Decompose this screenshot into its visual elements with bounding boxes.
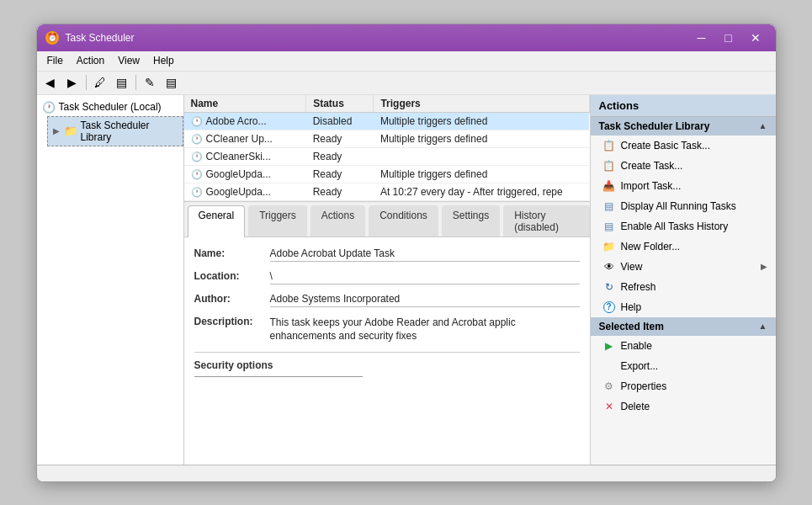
action-delete[interactable]: ✕ Delete: [591, 396, 776, 417]
left-panel: 🕐 Task Scheduler (Local) ▶ 📁 Task Schedu…: [37, 95, 184, 465]
table-row[interactable]: 🕐GoogleUpda... Ready At 10:27 every day …: [184, 183, 590, 200]
action-enable-history[interactable]: ▤ Enable All Tasks History: [591, 216, 776, 237]
task-triggers: Multiple triggers defined: [374, 165, 589, 183]
new-folder-icon: 📁: [602, 240, 616, 253]
desc-label: Description:: [194, 316, 270, 327]
chevron-up2-icon: ▲: [759, 322, 767, 331]
action-new-folder[interactable]: 📁 New Folder...: [591, 237, 776, 257]
table-row[interactable]: 🕐CCleanerSki... Ready: [184, 147, 590, 165]
toolbar-back[interactable]: ◀: [40, 73, 61, 92]
close-button[interactable]: ✕: [744, 29, 767, 47]
action-export[interactable]: Export...: [591, 356, 776, 376]
tree-label-local: Task Scheduler (Local): [59, 101, 162, 113]
menu-view[interactable]: View: [111, 53, 146, 68]
table-row[interactable]: 🕐CCleaner Up... Ready Multiple triggers …: [184, 130, 590, 147]
window-title: Task Scheduler: [66, 32, 690, 44]
task-name: 🕐GoogleUpda...: [184, 165, 306, 183]
detail-tabs: General Triggers Actions Conditions Sett…: [184, 202, 590, 237]
task-triggers: [374, 147, 589, 165]
menu-action[interactable]: Action: [70, 53, 111, 68]
menu-help[interactable]: Help: [146, 53, 181, 68]
submenu-arrow-icon: ▶: [761, 262, 767, 271]
author-value: Adobe Systems Incorporated: [270, 293, 580, 307]
name-label: Name:: [194, 247, 270, 259]
security-section: Security options: [194, 352, 580, 377]
task-name: 🕐GoogleUpda...: [184, 183, 306, 200]
task-status: Ready: [306, 165, 374, 183]
action-create-basic[interactable]: 📋 Create Basic Task...: [591, 136, 776, 156]
section-header-library[interactable]: Task Scheduler Library ▲: [591, 117, 776, 136]
action-label-create-basic: Create Basic Task...: [621, 140, 711, 152]
section-title-library: Task Scheduler Library: [599, 120, 710, 132]
task-status: Ready: [306, 183, 374, 200]
desc-value: This task keeps your Adobe Reader and Ac…: [270, 316, 580, 344]
toolbar-list[interactable]: ▤: [112, 73, 132, 92]
col-triggers[interactable]: Triggers: [374, 95, 589, 113]
action-label-refresh: Refresh: [621, 281, 656, 293]
table-row[interactable]: 🕐GoogleUpda... Ready Multiple triggers d…: [184, 165, 590, 183]
action-help[interactable]: ? Help: [591, 297, 776, 317]
task-name: 🕐Adobe Acro...: [184, 112, 306, 130]
toolbar-help[interactable]: ✎: [140, 73, 160, 92]
tree-item-library[interactable]: ▶ 📁 Task Scheduler Library: [47, 116, 183, 146]
col-status[interactable]: Status: [306, 95, 374, 113]
help-icon: ?: [602, 300, 616, 314]
col-name[interactable]: Name: [184, 95, 306, 113]
clock-icon: 🕐: [42, 101, 56, 114]
minimize-button[interactable]: ─: [690, 29, 714, 47]
section-title-selected: Selected Item: [599, 321, 664, 332]
action-label-export: Export...: [621, 360, 659, 372]
chevron-up-icon: ▲: [759, 121, 767, 130]
tree-item-local[interactable]: 🕐 Task Scheduler (Local): [37, 98, 183, 116]
status-bar: [37, 465, 776, 481]
window-controls: ─ □ ✕: [690, 29, 767, 47]
center-panel: Name Status Triggers 🕐Adobe Acro... Disa…: [184, 95, 591, 465]
action-create-task[interactable]: 📋 Create Task...: [591, 156, 776, 176]
expand-icon: ▶: [53, 126, 60, 136]
toolbar-extra[interactable]: ▤: [162, 73, 182, 92]
app-icon: ⏰: [45, 31, 59, 45]
tab-settings[interactable]: Settings: [442, 205, 500, 237]
main-window: ⏰ Task Scheduler ─ □ ✕ File Action View …: [36, 24, 777, 482]
section-header-selected[interactable]: Selected Item ▲: [591, 317, 776, 336]
tab-actions[interactable]: Actions: [310, 205, 365, 237]
detail-content: Name: Adobe Acrobat Update Task Location…: [184, 237, 590, 465]
toolbar-forward[interactable]: ▶: [62, 73, 82, 92]
action-label-create-task: Create Task...: [621, 160, 683, 172]
task-name: 🕐CCleanerSki...: [184, 147, 306, 165]
tab-history[interactable]: History (disabled): [503, 205, 589, 237]
tab-general[interactable]: General: [188, 205, 246, 237]
right-panel: Actions Task Scheduler Library ▲ 📋 Creat…: [591, 95, 776, 465]
action-properties[interactable]: ⚙ Properties: [591, 376, 776, 396]
action-import-task[interactable]: 📥 Import Task...: [591, 176, 776, 196]
table-row[interactable]: 🕐Adobe Acro... Disabled Multiple trigger…: [184, 112, 590, 130]
action-refresh[interactable]: ↻ Refresh: [591, 277, 776, 297]
action-view[interactable]: 👁 View ▶: [591, 257, 776, 277]
enable-icon: ▶: [602, 339, 616, 353]
tab-triggers[interactable]: Triggers: [248, 205, 307, 237]
menu-bar: File Action View Help: [37, 51, 776, 72]
tab-conditions[interactable]: Conditions: [369, 205, 438, 237]
toolbar-sep2: [135, 75, 136, 90]
tasks-table[interactable]: Name Status Triggers 🕐Adobe Acro... Disa…: [184, 95, 590, 202]
import-task-icon: 📥: [602, 179, 616, 193]
detail-desc-row: Description: This task keeps your Adobe …: [194, 316, 580, 344]
main-area: 🕐 Task Scheduler (Local) ▶ 📁 Task Schedu…: [37, 95, 776, 465]
toolbar-properties[interactable]: 🖊: [90, 73, 110, 92]
refresh-icon: ↻: [602, 280, 616, 294]
action-label-delete: Delete: [621, 401, 650, 412]
action-label-view: View: [621, 261, 643, 273]
task-status: Ready: [306, 130, 374, 147]
menu-file[interactable]: File: [40, 53, 70, 68]
maximize-button[interactable]: □: [717, 29, 740, 47]
task-triggers: Multiple triggers defined: [374, 130, 589, 147]
action-label-help: Help: [621, 301, 642, 313]
location-label: Location:: [194, 270, 270, 282]
delete-icon: ✕: [602, 400, 616, 413]
action-enable[interactable]: ▶ Enable: [591, 336, 776, 356]
action-label-enable-history: Enable All Tasks History: [621, 221, 729, 232]
name-value: Adobe Acrobat Update Task: [270, 247, 580, 262]
create-task-icon: 📋: [602, 159, 616, 173]
task-triggers: Multiple triggers defined: [374, 112, 589, 130]
action-display-running[interactable]: ▤ Display All Running Tasks: [591, 196, 776, 216]
